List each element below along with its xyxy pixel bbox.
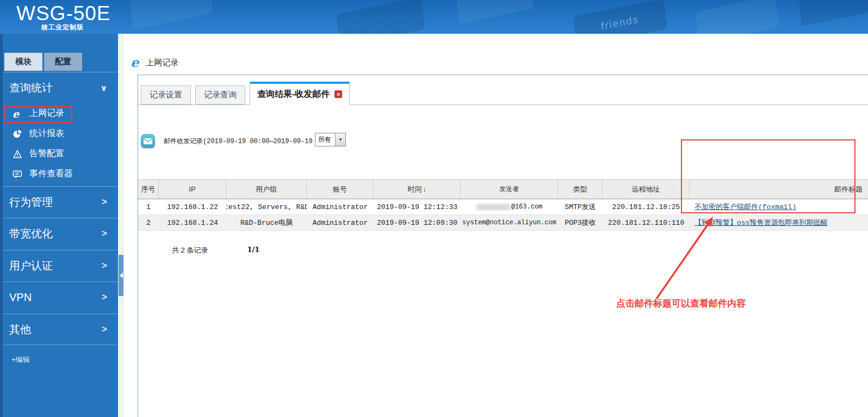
sort-desc-icon: ↓ bbox=[423, 186, 426, 193]
col-time-label: 时间 bbox=[408, 185, 422, 194]
sidebar-tab-modules[interactable]: 模块 bbox=[4, 53, 42, 71]
cell-type: POP3接收 bbox=[558, 218, 603, 228]
col-time[interactable]: 时间 ↓ bbox=[374, 180, 461, 199]
sidebar-item-report[interactable]: 统计报表 bbox=[3, 124, 118, 144]
page-header: e 上网记录 bbox=[131, 57, 178, 69]
sidebar-item-event-viewer[interactable]: 事件查看器 bbox=[3, 164, 118, 184]
cell-group: R&D-Bruce电脑 bbox=[226, 218, 307, 228]
section-label: 用户认证 bbox=[9, 259, 53, 273]
sidebar-section-behavior[interactable]: 行为管理 > bbox=[3, 186, 118, 218]
page-title: 上网记录 bbox=[146, 58, 178, 68]
keyboard-key-decoration bbox=[337, 0, 425, 34]
mail-icon bbox=[141, 134, 155, 148]
chevron-right-icon: > bbox=[102, 324, 107, 335]
mail-records-table: 序号 IP 用户组 账号 时间 ↓ 发送者 类型 远程地址 邮件标题 1 192… bbox=[138, 179, 868, 231]
sender-domain: @163.com bbox=[511, 203, 543, 211]
cell-remote: 220.181.12.18:25 bbox=[603, 203, 690, 211]
col-remote[interactable]: 远程地址 bbox=[603, 180, 690, 199]
dropdown-arrow-icon: ▼ bbox=[335, 133, 345, 146]
cell-sender: system@notice.aliyun.com bbox=[461, 219, 558, 226]
tab-label: 查询结果-收发邮件 bbox=[257, 89, 330, 100]
redacted-sender-blur bbox=[476, 204, 510, 211]
sidebar-tab-label: 模块 bbox=[15, 57, 32, 67]
chevron-right-icon: > bbox=[102, 261, 107, 271]
col-type[interactable]: 类型 bbox=[558, 180, 603, 199]
cell-seq: 1 bbox=[138, 203, 159, 211]
section-label: 带宽优化 bbox=[9, 226, 53, 241]
top-banner: friends WSG-50E 核工业定制版 bbox=[0, 0, 868, 34]
pagination: 共 2 条记录 1/1 bbox=[172, 246, 259, 255]
cell-ip: 192.168.1.24 bbox=[159, 219, 226, 227]
alert-triangle-icon bbox=[13, 149, 24, 159]
filter-dropdown[interactable]: 所有 ▼ bbox=[315, 133, 346, 146]
col-seq[interactable]: 序号 bbox=[138, 180, 159, 199]
keyboard-key-decoration bbox=[799, 0, 868, 27]
section-label: 查询统计 bbox=[9, 81, 53, 95]
subitem-label: 告警配置 bbox=[29, 148, 64, 160]
chevron-right-icon: > bbox=[102, 197, 107, 207]
record-count: 共 2 条记录 bbox=[172, 246, 208, 255]
ie-icon: e bbox=[131, 57, 139, 69]
sidebar-section-auth[interactable]: 用户认证 > bbox=[3, 250, 118, 281]
subitem-label: 统计报表 bbox=[29, 128, 64, 139]
subitem-label: 上网记录 bbox=[29, 108, 64, 119]
sidebar-section-bandwidth[interactable]: 带宽优化 > bbox=[3, 218, 118, 249]
tab-record-query[interactable]: 记录查询 bbox=[195, 85, 245, 105]
tab-label: 记录设置 bbox=[150, 90, 182, 100]
keyboard-key-decoration bbox=[456, 0, 534, 24]
sidebar-item-alerts[interactable]: 告警配置 bbox=[3, 144, 118, 164]
keyboard-key-decoration bbox=[130, 0, 213, 30]
section-label: 其他 bbox=[9, 322, 31, 337]
collapse-arrow-icon bbox=[120, 273, 123, 278]
watermark-text: friends bbox=[600, 13, 640, 33]
sidebar-section-vpn[interactable]: VPN > bbox=[3, 281, 118, 313]
sidebar-collapse-handle[interactable] bbox=[119, 255, 123, 296]
sidebar: 模块 配置 查询统计 ∨ e 上网记录 统计报表 告警配置 bbox=[0, 34, 118, 417]
tabbar: 记录设置 记录查询 查询结果-收发邮件 × bbox=[138, 75, 868, 105]
keyboard-key-decoration bbox=[695, 0, 778, 34]
cell-ip: 192.168.1.22 bbox=[159, 203, 226, 211]
event-viewer-icon bbox=[13, 169, 24, 179]
sidebar-tab-label: 配置 bbox=[55, 57, 71, 67]
table-header-row: 序号 IP 用户组 账号 时间 ↓ 发送者 类型 远程地址 邮件标题 bbox=[138, 179, 868, 199]
report-chart-icon bbox=[13, 129, 24, 139]
cell-remote: 220.181.12.110:110 bbox=[603, 219, 690, 227]
cell-seq: 2 bbox=[138, 219, 159, 227]
cell-account: Administrator bbox=[307, 203, 374, 211]
col-ip[interactable]: IP bbox=[159, 180, 226, 199]
sidebar-tab-config[interactable]: 配置 bbox=[44, 53, 82, 71]
chevron-down-icon: ∨ bbox=[101, 83, 107, 93]
col-sender[interactable]: 发送者 bbox=[461, 180, 558, 199]
cell-subject: 不加密的客户端邮件(foxmail) bbox=[690, 202, 868, 212]
sidebar-section-query-stats[interactable]: 查询统计 ∨ bbox=[3, 72, 118, 103]
chevron-right-icon: > bbox=[102, 292, 107, 303]
cell-subject: 【到期预警】oss预售资源包即将到期提醒 bbox=[690, 218, 868, 228]
cell-sender: @163.com bbox=[461, 203, 558, 211]
cell-time: 2019-09-19 12:09:30 bbox=[374, 219, 461, 227]
cell-time: 2019-09-19 12:12:33 bbox=[374, 203, 461, 211]
sidebar-section-other[interactable]: 其他 > bbox=[3, 314, 118, 345]
summary-row: 邮件收发记录(2019-09-19 00:00—2019-09-19 23:59… bbox=[141, 134, 340, 148]
col-subject[interactable]: 邮件标题 bbox=[690, 180, 868, 199]
subitem-label: 事件查看器 bbox=[29, 168, 73, 180]
chevron-right-icon: > bbox=[102, 229, 107, 239]
app-title: WSG-50E bbox=[16, 3, 111, 24]
ie-icon: e bbox=[13, 109, 24, 119]
table-row: 2 192.168.1.24 R&D-Bruce电脑 Administrator… bbox=[138, 215, 868, 231]
cell-type: SMTP发送 bbox=[558, 202, 603, 212]
cell-group: test22, Servers, R&D bbox=[226, 203, 307, 211]
sidebar-item-web-records[interactable]: e 上网记录 bbox=[3, 103, 118, 124]
tab-query-result-mail[interactable]: 查询结果-收发邮件 × bbox=[250, 82, 350, 105]
col-account[interactable]: 账号 bbox=[307, 180, 374, 199]
tab-label: 记录查询 bbox=[204, 90, 237, 100]
tab-panel: 记录设置 记录查询 查询结果-收发邮件 × 邮件收发记录(2019-09-19 … bbox=[138, 75, 868, 417]
mail-subject-link[interactable]: 【到期预警】oss预售资源包即将到期提醒 bbox=[695, 218, 827, 228]
close-icon[interactable]: × bbox=[334, 90, 342, 98]
section-label: 行为管理 bbox=[9, 195, 53, 210]
sidebar-edit-link[interactable]: +编辑 bbox=[11, 355, 30, 365]
tab-record-settings[interactable]: 记录设置 bbox=[141, 85, 191, 105]
summary-label: 邮件收发记录(2019-09-19 00:00—2019-09-19 23:59… bbox=[164, 137, 340, 146]
mail-subject-link[interactable]: 不加密的客户端邮件(foxmail) bbox=[695, 202, 796, 212]
app-logo: WSG-50E 核工业定制版 bbox=[16, 3, 111, 32]
col-group[interactable]: 用户组 bbox=[226, 180, 307, 199]
